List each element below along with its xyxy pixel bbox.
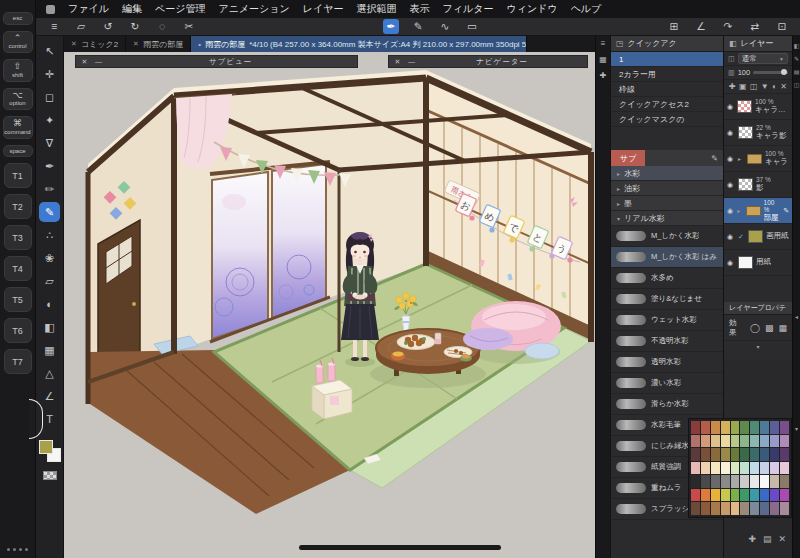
marker-icon[interactable]: ✎ [410,19,426,34]
brush-item-4[interactable]: ウェット水彩 [611,310,723,331]
color-swatch-47[interactable] [760,475,769,488]
color-swatch-33[interactable] [721,462,730,475]
color-swatch-62[interactable] [711,502,720,515]
paper-texture-icon[interactable]: ▦ [778,323,787,333]
key-command[interactable]: ⌘command [3,116,33,138]
layer-move-tool[interactable]: ✛ [39,64,60,84]
color-swatch-69[interactable] [780,502,789,515]
color-swatch-15[interactable] [740,435,749,448]
color-swatch-56[interactable] [750,489,759,502]
fill-tool[interactable]: ◧ [39,317,60,337]
color-swatch-18[interactable] [770,435,779,448]
subview-close-icon[interactable]: ✕ [80,58,89,66]
dock-grid-icon[interactable]: ▦ [599,55,607,64]
merge-down-icon[interactable]: ▼ [761,82,769,91]
airbrush-tool[interactable]: ∴ [39,225,60,245]
color-swatch-12[interactable] [711,435,720,448]
color-swatch-10[interactable] [691,435,700,448]
color-swatch-67[interactable] [760,502,769,515]
key-t2[interactable]: T2 [4,194,32,219]
duplicate-layer-icon[interactable]: ◫ [750,82,758,91]
brush-item-5[interactable]: 不透明水彩 [611,331,723,352]
flip-canvas-icon[interactable]: ⇄ [747,19,763,34]
color-swatch-40[interactable] [691,475,700,488]
color-swatch-51[interactable] [701,489,710,502]
palette-collapse-icon[interactable]: ◂ [793,313,800,320]
color-swatch-46[interactable] [750,475,759,488]
color-swatch-28[interactable] [770,448,779,461]
brush-item-8[interactable]: 滑らか水彩 [611,394,723,415]
transform-icon[interactable]: ▱ [73,19,89,34]
dock-brush-icon[interactable]: ✎ [793,55,800,62]
rotate-canvas-icon[interactable]: ↷ [720,19,736,34]
app-menu-icon[interactable] [46,5,55,14]
stabilizer-icon[interactable]: ∿ [437,19,453,34]
canvas-area[interactable]: 雨さん お め で と う [64,52,595,558]
layer-palette-header[interactable]: ◧ レイヤー [724,36,792,52]
document-tab-0[interactable]: ✕コミック2 [64,36,126,52]
sub-tool-group-1[interactable]: ▸油彩 [611,181,723,196]
key-t5[interactable]: T5 [4,287,32,312]
undo-icon[interactable]: ↺ [100,19,116,34]
cut-icon[interactable]: ✂ [181,19,197,34]
operation-tool[interactable]: ↖ [39,41,60,61]
layer-row-3[interactable]: ◉37 %影 [724,172,792,198]
color-swatch-5[interactable] [740,421,749,434]
brush-tool[interactable]: ✎ [39,202,60,222]
color-swatch-7[interactable] [760,421,769,434]
color-swatch-35[interactable] [740,462,749,475]
home-indicator[interactable] [299,545,501,550]
color-swatch-54[interactable] [731,489,740,502]
quick-access-header[interactable]: ◳ クイックアク [611,36,723,52]
color-swatch-4[interactable] [731,421,740,434]
color-swatch-66[interactable] [750,502,759,515]
layer-row-1[interactable]: ◉22 %キャラ影 [724,120,792,146]
sub-tool-group-0[interactable]: ▸水彩 [611,166,723,181]
color-swatch-41[interactable] [701,475,710,488]
color-swatch-42[interactable] [711,475,720,488]
layer-check-icon[interactable]: ✓ [738,233,745,241]
eyedropper-tool[interactable]: ∇ [39,133,60,153]
color-swatch-0[interactable] [691,421,700,434]
document-tab-1[interactable]: ✕雨雲の部屋 [126,36,191,52]
pencil-tool[interactable]: ✏ [39,179,60,199]
color-swatch-48[interactable] [770,475,779,488]
layer-row-4[interactable]: ◉▸100 %部屋✎ [724,198,792,224]
menu-item-9[interactable]: ヘルプ [571,2,602,16]
dock-add-icon[interactable]: ✚ [600,71,607,80]
layer-row-6[interactable]: ◉用紙 [724,250,792,276]
key-t6[interactable]: T6 [4,318,32,343]
layer-row-0[interactable]: ◉100 %キャラハイ [724,94,792,120]
main-menu-icon[interactable]: ≡ [46,19,62,34]
quick-access-item-1[interactable]: 2カラー用 [611,67,723,82]
key-shift[interactable]: ⇧shift [3,59,33,81]
menu-item-7[interactable]: フィルター [443,2,494,16]
active-document-tab[interactable]: • 雨雲の部屋 *4/10 (B4 257.00 x 364.00mm 製本サイ… [191,36,527,52]
gradient-tool[interactable]: ▦ [39,340,60,360]
dock-color-icon[interactable]: ▤ [793,68,800,75]
color-swatch-1[interactable] [701,421,710,434]
color-swatch-27[interactable] [760,448,769,461]
color-swatch-25[interactable] [740,448,749,461]
color-swatch-52[interactable] [711,489,720,502]
color-swatch-6[interactable] [750,421,759,434]
menu-item-8[interactable]: ウィンドウ [506,2,557,16]
menu-item-6[interactable]: 表示 [410,2,430,16]
key-t4[interactable]: T4 [4,256,32,281]
brush-item-6[interactable]: 透明水彩 [611,352,723,373]
dock-info-icon[interactable]: ◫ [793,81,800,88]
color-swatch-39[interactable] [780,462,789,475]
add-color-icon[interactable]: ✚ [748,534,756,544]
color-swatch-43[interactable] [721,475,730,488]
color-swatch-16[interactable] [750,435,759,448]
color-swatch-53[interactable] [721,489,730,502]
auto-select-tool[interactable]: ✦ [39,110,60,130]
color-swatch-65[interactable] [740,502,749,515]
layer-visibility-icon[interactable]: ◉ [727,259,735,267]
menu-item-2[interactable]: ページ管理 [155,2,205,16]
tab-close-icon[interactable]: ✕ [71,40,77,48]
color-swatch-8[interactable] [770,421,779,434]
color-swatch-17[interactable] [760,435,769,448]
main-color-swatch[interactable] [39,440,53,454]
eraser-tool[interactable]: ▱ [39,271,60,291]
